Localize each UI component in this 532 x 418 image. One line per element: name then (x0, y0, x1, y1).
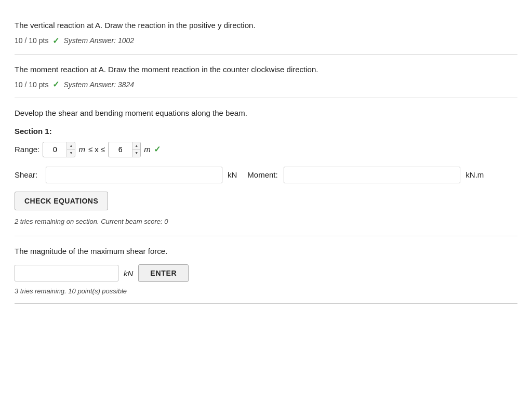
equations-tries-text: 2 tries remaining on section. Current be… (15, 218, 517, 225)
equations-question: Develop the shear and bending moment equ… (15, 107, 517, 119)
moment-reaction-score: 10 / 10 pts (15, 80, 48, 89)
vertical-reaction-score-row: 10 / 10 pts ✓ System Answer: 1002 (15, 36, 517, 46)
vertical-reaction-score: 10 / 10 pts (15, 36, 48, 45)
range-label: Range: (15, 145, 39, 154)
shear-label: Shear: (15, 170, 41, 179)
range-end-input[interactable] (109, 143, 132, 156)
magnitude-question: The magnitude of the maximum shear force… (15, 246, 517, 258)
shear-unit: kN (228, 170, 237, 179)
moment-unit: kN.m (466, 170, 484, 179)
moment-reaction-score-row: 10 / 10 pts ✓ System Answer: 3824 (15, 79, 517, 89)
range-start-spin-down[interactable]: ▼ (67, 150, 75, 157)
vertical-reaction-section: The vertical reaction at A. Draw the rea… (15, 10, 517, 55)
magnitude-section: The magnitude of the maximum shear force… (15, 236, 517, 304)
range-start-input[interactable] (43, 143, 66, 156)
shear-input[interactable] (46, 167, 222, 183)
magnitude-unit: kN (124, 269, 133, 278)
moment-label: Moment: (247, 170, 278, 179)
vertical-reaction-question: The vertical reaction at A. Draw the rea… (15, 20, 517, 32)
moment-reaction-question: The moment reaction at A. Draw the momen… (15, 64, 517, 76)
range-unit-1: m (78, 145, 85, 154)
range-start-spin-up[interactable]: ▲ (67, 142, 75, 150)
range-row: Range: ▲ ▼ m ≤ x ≤ ▲ ▼ m ✓ (15, 142, 517, 157)
moment-reaction-section: The moment reaction at A. Draw the momen… (15, 55, 517, 99)
range-end-spin-up[interactable]: ▲ (132, 142, 140, 150)
enter-button[interactable]: ENTER (138, 264, 189, 282)
range-unit-2: m (144, 145, 151, 154)
range-operator: ≤ x ≤ (88, 145, 105, 154)
section1-label: Section 1: (15, 127, 517, 136)
page-container: The vertical reaction at A. Draw the rea… (0, 0, 532, 314)
range-end-spin-down[interactable]: ▼ (132, 150, 140, 157)
magnitude-input-row: kN ENTER (15, 264, 517, 282)
magnitude-tries-text: 3 tries remaining. 10 point(s) possible (15, 287, 517, 295)
vertical-reaction-system-answer: System Answer: 1002 (63, 36, 134, 45)
shear-moment-row: Shear: kN Moment: kN.m (15, 167, 517, 183)
range-end-wrapper[interactable]: ▲ ▼ (108, 142, 141, 157)
magnitude-input[interactable] (15, 265, 118, 281)
range-valid-checkmark: ✓ (154, 144, 161, 154)
range-start-spinners: ▲ ▼ (66, 142, 75, 157)
moment-reaction-checkmark: ✓ (52, 79, 59, 89)
moment-reaction-system-answer: System Answer: 3824 (63, 80, 134, 89)
range-end-spinners: ▲ ▼ (132, 142, 140, 157)
range-start-wrapper[interactable]: ▲ ▼ (43, 142, 75, 157)
vertical-reaction-checkmark: ✓ (52, 36, 59, 46)
moment-input[interactable] (284, 167, 460, 183)
check-equations-button[interactable]: CHECK EQUATIONS (15, 192, 108, 210)
equations-section: Develop the shear and bending moment equ… (15, 98, 517, 236)
